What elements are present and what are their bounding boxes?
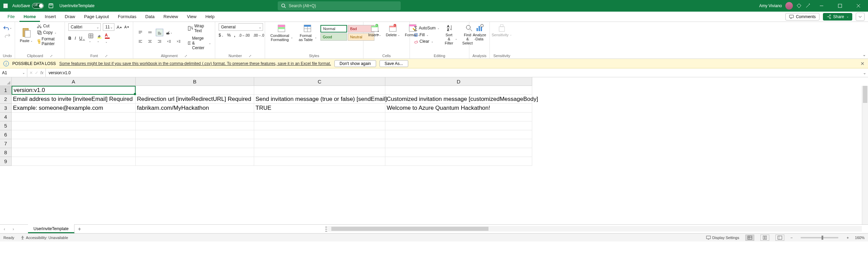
- tab-home[interactable]: Home: [19, 12, 40, 22]
- format-as-table-button[interactable]: Format as Table⌄: [297, 23, 318, 42]
- cell-B5[interactable]: [136, 121, 254, 130]
- cell-A4[interactable]: [12, 113, 136, 121]
- tab-view[interactable]: View: [183, 12, 201, 22]
- cell-C1[interactable]: [254, 86, 385, 95]
- msgbar-close[interactable]: ✕: [860, 61, 865, 66]
- zoom-slider[interactable]: [801, 237, 838, 238]
- zoom-level[interactable]: 160%: [855, 236, 865, 240]
- align-top[interactable]: [137, 29, 144, 36]
- row-header-5[interactable]: 5: [0, 121, 12, 130]
- cell-A2[interactable]: Email address to invite [inviteeEmail] R…: [12, 95, 136, 104]
- cell-C4[interactable]: [254, 113, 385, 121]
- close-button[interactable]: [851, 0, 866, 12]
- dont-show-again-button[interactable]: Don't show again: [334, 60, 376, 67]
- save-as-button[interactable]: Save As...: [380, 60, 408, 67]
- cell-B9[interactable]: [136, 157, 254, 166]
- column-header-A[interactable]: A: [12, 77, 136, 86]
- cell-A5[interactable]: [12, 121, 136, 130]
- cell-C9[interactable]: [254, 157, 385, 166]
- merge-center-button[interactable]: Merge & Center⌄: [187, 36, 212, 51]
- save-icon[interactable]: [49, 3, 53, 8]
- bold-button[interactable]: B: [68, 36, 71, 41]
- conditional-formatting-button[interactable]: Conditional Formatting⌄: [268, 23, 294, 42]
- tab-draw[interactable]: Draw: [61, 12, 79, 22]
- increase-font-icon[interactable]: A▲: [116, 25, 122, 30]
- ribbon-options-button[interactable]: [856, 13, 865, 21]
- share-button[interactable]: Share ⌄: [823, 13, 852, 21]
- sparkle-icon[interactable]: [805, 3, 811, 9]
- cell-B2[interactable]: Redirection url [inviteRedirectURL] Requ…: [136, 95, 254, 104]
- underline-button[interactable]: U⌄: [79, 36, 85, 41]
- comma-button[interactable]: ,: [234, 33, 235, 38]
- cell-A1[interactable]: version:v1.0: [12, 86, 136, 95]
- tab-review[interactable]: Review: [160, 12, 182, 22]
- tab-page-layout[interactable]: Page Layout: [80, 12, 113, 22]
- column-header-B[interactable]: B: [136, 77, 254, 86]
- increase-decimal[interactable]: .0→.00: [239, 34, 250, 37]
- cell-B8[interactable]: [136, 148, 254, 157]
- align-center[interactable]: [146, 38, 154, 45]
- analyze-data-button[interactable]: Analyze Data: [473, 23, 486, 42]
- align-right[interactable]: [156, 38, 163, 45]
- minimize-button[interactable]: [814, 0, 829, 12]
- cell-D9[interactable]: [385, 157, 532, 166]
- sort-filter-button[interactable]: AZSort & Filter⌄: [442, 23, 459, 46]
- sheet-prev[interactable]: ‹: [0, 227, 9, 232]
- select-all-triangle[interactable]: [0, 77, 12, 86]
- cell-B4[interactable]: [136, 113, 254, 121]
- ribbon-collapse-button[interactable]: ⌄: [863, 52, 866, 57]
- zoom-out[interactable]: −: [790, 236, 793, 240]
- row-header-1[interactable]: 1: [0, 86, 12, 95]
- autosave-toggle[interactable]: AutoSave Off: [12, 3, 44, 9]
- cell-D7[interactable]: [385, 139, 532, 148]
- cell-B7[interactable]: [136, 139, 254, 148]
- row-header-7[interactable]: 7: [0, 139, 12, 148]
- add-sheet-button[interactable]: +: [74, 226, 85, 232]
- sheet-tab-active[interactable]: UserInviteTemplate: [28, 224, 74, 233]
- vertical-scrollbar[interactable]: [862, 86, 868, 224]
- formula-bar[interactable]: version:v1.0: [46, 70, 861, 75]
- number-launcher[interactable]: ⤢: [249, 54, 251, 58]
- currency-button[interactable]: $⌄: [219, 33, 224, 38]
- style-normal[interactable]: Normal: [320, 25, 347, 32]
- status-accessibility[interactable]: Accessibility: Unavailable: [20, 236, 68, 240]
- tab-formulas[interactable]: Formulas: [114, 12, 140, 22]
- cell-D1[interactable]: [385, 86, 532, 95]
- cell-B6[interactable]: [136, 130, 254, 139]
- cell-C6[interactable]: [254, 130, 385, 139]
- row-header-6[interactable]: 6: [0, 130, 12, 139]
- decrease-indent[interactable]: [165, 38, 173, 45]
- zoom-in[interactable]: +: [846, 236, 849, 240]
- decrease-font-icon[interactable]: A▼: [124, 25, 129, 29]
- cell-C8[interactable]: [254, 148, 385, 157]
- row-header-3[interactable]: 3: [0, 104, 12, 113]
- tab-file[interactable]: File: [3, 12, 19, 22]
- cell-B3[interactable]: fabrikam.com/MyHackathon: [136, 104, 254, 113]
- tab-help[interactable]: Help: [201, 12, 219, 22]
- cell-C5[interactable]: [254, 121, 385, 130]
- sheet-next[interactable]: ›: [9, 227, 18, 232]
- cell-A8[interactable]: [12, 148, 136, 157]
- style-good[interactable]: Good: [320, 33, 347, 41]
- view-page-layout[interactable]: [760, 235, 769, 241]
- font-color-button[interactable]: A⌄: [105, 33, 110, 44]
- insert-cells-button[interactable]: +Insert⌄: [367, 23, 383, 38]
- percent-button[interactable]: %: [227, 33, 231, 38]
- fill-button[interactable]: Fill⌄: [413, 32, 440, 38]
- cell-D6[interactable]: [385, 130, 532, 139]
- font-size-combo[interactable]: 11: [103, 23, 114, 31]
- tab-data[interactable]: Data: [141, 12, 159, 22]
- username[interactable]: Amy Viviano: [759, 3, 782, 8]
- row-header-9[interactable]: 9: [0, 157, 12, 166]
- name-box[interactable]: A1: [0, 68, 27, 77]
- cell-C7[interactable]: [254, 139, 385, 148]
- cell-D8[interactable]: [385, 148, 532, 157]
- column-header-D[interactable]: D: [385, 77, 532, 86]
- tab-insert[interactable]: Insert: [41, 12, 60, 22]
- maximize-button[interactable]: [832, 0, 848, 12]
- row-header-8[interactable]: 8: [0, 148, 12, 157]
- decrease-decimal[interactable]: .00→.0: [253, 34, 264, 37]
- sheet-splitter[interactable]: [325, 227, 327, 232]
- enter-formula-icon[interactable]: ✓: [35, 70, 38, 75]
- alignment-launcher[interactable]: ⤢: [184, 54, 187, 58]
